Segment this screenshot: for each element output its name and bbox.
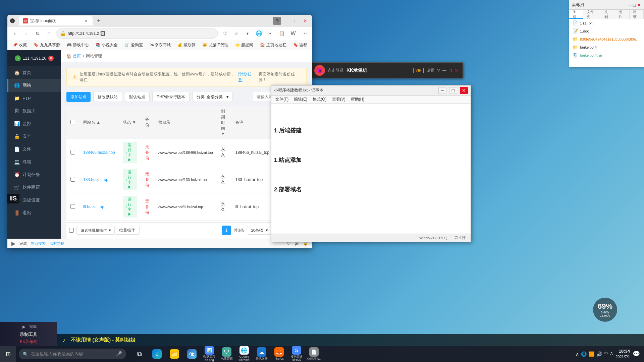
statusbar-hot-search[interactable]: 热点搜索 [31, 241, 46, 246]
batch-action-select[interactable]: 请选择批量操作 ▼ [76, 226, 115, 235]
taskbar-clock[interactable]: 18:34 2021/7/1 [615, 348, 630, 360]
fm-minimize-btn[interactable]: ─ [628, 2, 632, 8]
sidebar-item-security[interactable]: 🔒 安全 [7, 130, 61, 143]
bookmark-chaoxing[interactable]: ⭐ 超星网 [232, 42, 256, 49]
fm-maximize-btn[interactable]: □ [633, 2, 636, 8]
download-btn[interactable]: ▼ [243, 29, 252, 38]
sidebar-item-ftp[interactable]: 📁 FTP [7, 92, 61, 105]
taskbar-app-explorer[interactable]: 📁 [166, 346, 182, 362]
home-btn[interactable]: ⌂ [44, 29, 54, 38]
browser-profile-btn[interactable]: S [10, 18, 15, 23]
taskbar-search[interactable]: 🔍 在这里输入你要搜索的内容 🎤 [19, 349, 126, 359]
site1-name[interactable]: 188466.huizai.top [83, 150, 115, 155]
fm-close-btn[interactable]: ✕ [637, 2, 641, 8]
batch-execute-btn[interactable]: 批量操作 [115, 226, 140, 235]
col-expire[interactable]: 到期时间 ▼ [217, 106, 231, 139]
browser-maximize-btn[interactable]: □ [292, 17, 300, 25]
sidebar-item-website[interactable]: 🌐 网站 [7, 79, 61, 92]
bookmark-games[interactable]: 🎮 游戏中心 [64, 42, 92, 49]
bookmark-taobao[interactable]: 🛒 爱淘宝 [122, 42, 145, 49]
add-site-btn[interactable]: 添加站点 [66, 92, 91, 102]
breadcrumb-home[interactable]: 首页 [73, 53, 81, 59]
bookmark-novels[interactable]: 📚 小说大全 [93, 42, 120, 49]
row1-checkbox[interactable] [66, 139, 79, 166]
kk-close-btn[interactable]: ✕ [454, 68, 459, 73]
tray-ime-cn[interactable]: 中 [604, 351, 608, 357]
browser-minimize-btn[interactable]: ─ [282, 17, 290, 25]
kk-minimize-btn[interactable]: ─ [442, 67, 446, 73]
site2-name[interactable]: 133.huizai.top [83, 177, 108, 182]
tray-sound-icon[interactable]: 🔊 [596, 351, 602, 357]
page-1-btn[interactable]: 1 [222, 226, 231, 235]
footer-checkbox[interactable] [69, 228, 74, 233]
notepad-menu-file[interactable]: 文件(F) [273, 96, 291, 103]
back-btn[interactable]: ‹ [10, 29, 19, 38]
notepad-maximize-btn[interactable]: □ [449, 87, 457, 94]
notepad-menu-format[interactable]: 格式(O) [310, 96, 329, 103]
sidebar-item-appstore[interactable]: 🛒 软件商店 [7, 181, 61, 194]
bookmark-proxy[interactable]: 🐱 龙猫IP代理 [200, 42, 231, 49]
select-all-checkbox[interactable] [70, 120, 75, 124]
sidebar-item-cron[interactable]: ⏰ 计划任务 [7, 168, 61, 181]
more-btn[interactable]: ⋯ [300, 29, 309, 38]
php-command-btn[interactable]: PHP命令行版本 [152, 92, 190, 102]
sidebar-item-logout[interactable]: 🚪 退出 [7, 206, 61, 219]
taskbar-app-multidesktop[interactable]: ⧉ [131, 346, 148, 362]
tray-network-icon[interactable]: 🌐 [581, 351, 587, 357]
per-page-select[interactable]: 20条/页 ▼ [247, 226, 272, 235]
row3-checkbox[interactable] [66, 193, 79, 221]
bookmark-collect[interactable]: 📌 收藏 [10, 42, 30, 49]
default-site-btn[interactable]: 默认站点 [125, 92, 150, 102]
shield-btn[interactable]: 🛡 [220, 29, 229, 38]
fm-tab-doc[interactable]: 文档 [601, 10, 615, 19]
tab-grid-btn[interactable]: ⊞ [273, 17, 281, 25]
kk-bottom-record-btn[interactable]: ▶ [20, 323, 27, 330]
fm-item-5[interactable]: 🗜️ beikeip3.4.rar [569, 51, 644, 59]
notepad-minimize-btn[interactable]: ─ [438, 87, 446, 94]
bookmark-homepage[interactable]: 🏠 主页地址栏 [257, 42, 289, 49]
bookmark-99[interactable]: 🔖 九九共享源 [31, 42, 62, 49]
category-filter-btn[interactable]: 分类: 全部分类 ▼ [192, 92, 233, 102]
taskbar-app-cloud[interactable]: ☁ 腾讯微云 [254, 346, 270, 362]
notepad-menu-edit[interactable]: 编辑(E) [291, 96, 310, 103]
sidebar-item-files[interactable]: 📄 文件 [7, 143, 61, 156]
reload-btn[interactable]: ↻ [33, 29, 42, 38]
taskbar-app-pcmgr[interactable]: 🛡 电脑管家 [219, 346, 235, 362]
tray-expand-btn[interactable]: ∧ [576, 351, 579, 357]
fm-item-2[interactable]: 📝 1.doc [569, 27, 644, 35]
taskbar-app-data[interactable]: 📊 数据流程do.png [201, 346, 217, 362]
statusbar-realtime[interactable]: 实时热榜 [50, 241, 64, 246]
browser-close-btn[interactable]: ✕ [301, 17, 309, 25]
bookmark-juhua[interactable]: 💰 聚划算 [175, 42, 198, 49]
new-tab-btn[interactable]: + [94, 16, 103, 25]
notepad-close-btn[interactable]: ✕ [460, 87, 468, 94]
bookmark-jd[interactable]: 🛍 京东商城 [147, 42, 173, 49]
bookmark-jidu[interactable]: 🔖 吉都 [290, 42, 310, 49]
kk-click-login[interactable]: 点击登录 [328, 68, 344, 73]
notepad-menu-help[interactable]: 帮助(H) [348, 96, 367, 103]
row2-checkbox[interactable] [66, 166, 79, 193]
mic-icon[interactable]: 🎤 [115, 351, 122, 357]
site3-name[interactable]: lll.huizai.top [83, 204, 104, 209]
fm-tab-archive[interactable]: 压缩 [630, 10, 644, 19]
copy-btn[interactable]: ✂ [266, 29, 275, 38]
taskbar-app-edge[interactable]: e [149, 346, 165, 362]
kk-help-btn[interactable]: ? [437, 68, 440, 73]
notepad-menu-view[interactable]: 查看(V) [329, 96, 348, 103]
browser-tab-active[interactable]: BT 宝塔Linux面板 ✕ [19, 16, 93, 25]
fm-item-3[interactable]: 📁 830fe9e04a4c4a1e13c3b68bfdf0ed6... [569, 35, 644, 43]
address-bar[interactable]: 🔒 http://121.4.191.2 🔲 [56, 28, 218, 39]
sidebar-item-monitor[interactable]: 📊 监控 [7, 117, 61, 130]
kk-settings[interactable]: 设置 [426, 68, 434, 73]
notice-link[interactable]: [计划任务] [238, 71, 256, 83]
fm-tab-image[interactable]: 图片 [615, 10, 629, 19]
sidebar-item-database[interactable]: 🗄 数据库 [7, 105, 61, 117]
sidebar-item-home[interactable]: 🏠 首页 [7, 66, 61, 79]
start-button[interactable]: ⊞ [0, 346, 16, 362]
tray-wifi-icon[interactable]: 📶 [589, 351, 594, 357]
translate-btn[interactable]: 🌐 [254, 29, 264, 38]
taskbar-app-chrome[interactable]: 🌐 GoogleChrome [236, 346, 252, 362]
tab-close-btn[interactable]: ✕ [83, 18, 89, 23]
notepad-content-area[interactable]: 1.后端搭建 1.站点添加 2.部署域名 2.前端搭建 [271, 104, 471, 234]
col-status[interactable]: 状态 ▼ [119, 106, 141, 139]
